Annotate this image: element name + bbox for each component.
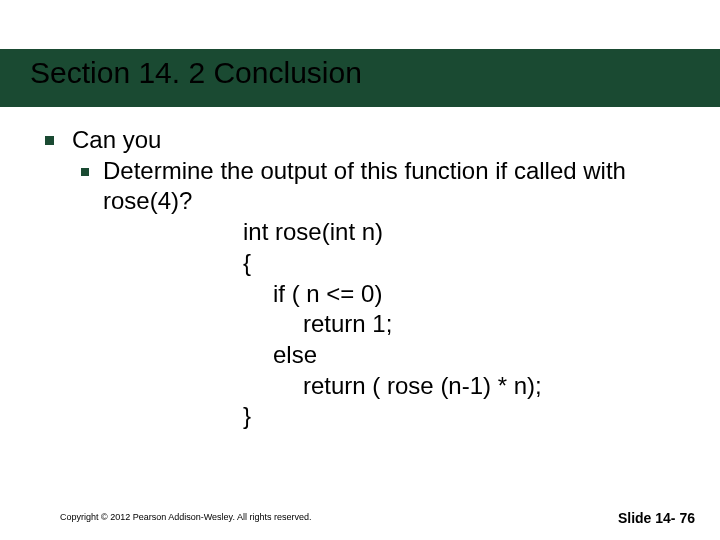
bullet-level-2: Determine the output of this function if… bbox=[81, 156, 690, 432]
slide: Section 14. 2 Conclusion Can you Determi… bbox=[0, 0, 720, 540]
slide-content: Can you Determine the output of this fun… bbox=[45, 125, 690, 432]
code-line: } bbox=[243, 401, 690, 432]
slide-title: Section 14. 2 Conclusion bbox=[30, 56, 362, 90]
code-line: { bbox=[243, 248, 690, 279]
slide-number: Slide 14- 76 bbox=[618, 510, 695, 526]
code-line: return ( rose (n-1) * n); bbox=[303, 371, 690, 402]
bullet-level-1: Can you bbox=[45, 125, 690, 156]
code-line: if ( n <= 0) bbox=[273, 279, 690, 310]
bullet-text: Can you bbox=[72, 125, 161, 156]
bullet-icon bbox=[45, 136, 54, 145]
bullet-icon bbox=[81, 168, 89, 176]
code-line: return 1; bbox=[303, 309, 690, 340]
copyright-text: Copyright © 2012 Pearson Addison-Wesley.… bbox=[60, 512, 311, 522]
code-text: rose(4)? bbox=[103, 186, 690, 217]
bullet-text: Determine the output of this function if… bbox=[103, 156, 690, 187]
code-line: else bbox=[273, 340, 690, 371]
code-line: int rose(int n) bbox=[243, 217, 690, 248]
